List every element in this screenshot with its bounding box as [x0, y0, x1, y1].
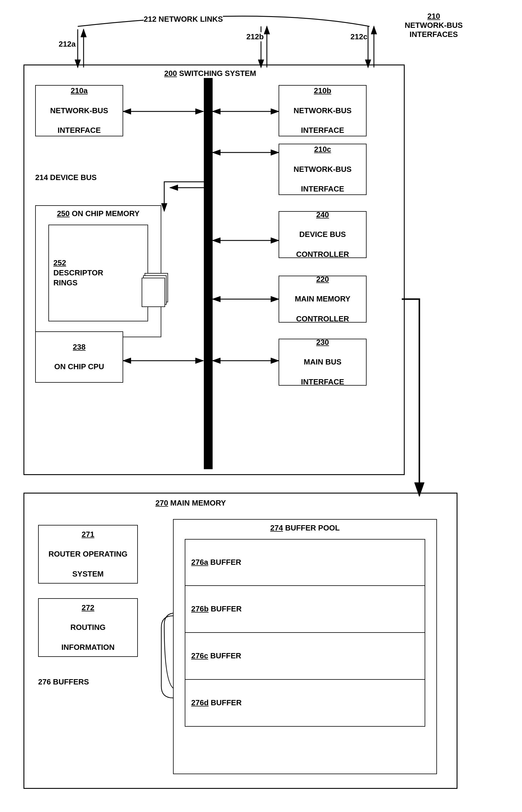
- label-212a: 212a: [59, 40, 76, 49]
- nbi-210b-box: 210b NETWORK-BUS INTERFACE: [279, 85, 366, 136]
- buffers-label: 276 BUFFERS: [38, 677, 89, 687]
- label-212c: 212c: [350, 32, 367, 41]
- on-chip-cpu-box: 238 ON CHIP CPU: [35, 331, 123, 383]
- network-links-label: 212 NETWORK LINKS: [144, 15, 223, 24]
- routing-info-box: 272 ROUTING INFORMATION: [38, 598, 138, 657]
- router-os-box: 271 ROUTER OPERATING SYSTEM: [38, 525, 138, 584]
- nbi-label-text: NETWORK-BUSINTERFACES: [405, 21, 463, 39]
- on-chip-memory-box: 250 ON CHIP MEMORY 252 DESCRIPTORRINGS: [35, 205, 161, 337]
- diagram-container: 212 NETWORK LINKS 210 NETWORK-BUSINTERFA…: [0, 0, 522, 812]
- label-212b: 212b: [246, 32, 264, 41]
- main-bus-interface-box: 230 MAIN BUS INTERFACE: [279, 339, 366, 386]
- main-memory-label: 270 MAIN MEMORY: [156, 499, 226, 508]
- buffer-pool-box: 274 BUFFER POOL 276a BUFFER 276b BUFFER …: [173, 519, 437, 774]
- nbi-210a-box: 210a NETWORK-BUS INTERFACE: [35, 85, 123, 136]
- nbi-210c-box: 210c NETWORK-BUS INTERFACE: [279, 144, 366, 195]
- network-bus-interfaces-label: 210 NETWORK-BUSINTERFACES: [405, 12, 463, 39]
- buffers-bracket: [158, 613, 176, 701]
- device-bus-controller-box: 240 DEVICE BUS CONTROLLER: [279, 211, 366, 258]
- main-memory-controller-box: 220 MAIN MEMORY CONTROLLER: [279, 276, 366, 323]
